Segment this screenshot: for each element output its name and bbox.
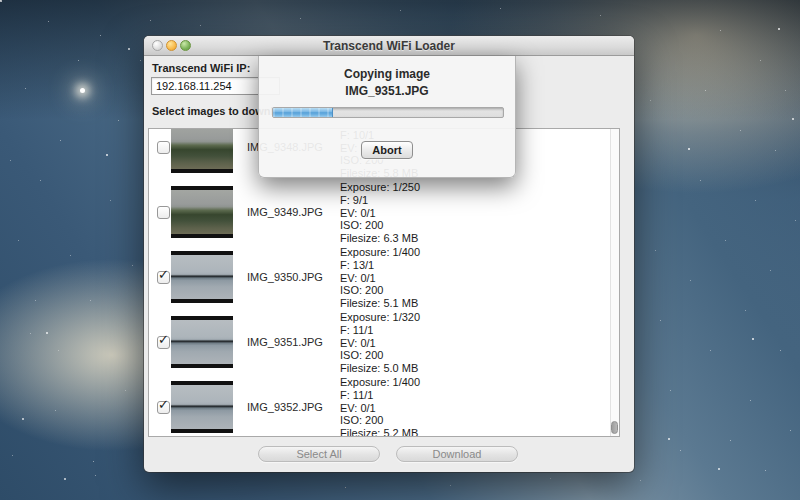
image-thumbnail xyxy=(171,316,233,368)
exif-detail-line: EV: 0/1 xyxy=(340,207,420,220)
exif-details: Exposure: 1/400F: 11/1EV: 0/1ISO: 200Fil… xyxy=(340,376,420,437)
copy-progress-dialog: Copying image IMG_9351.JPG Abort xyxy=(258,56,516,178)
image-thumbnail xyxy=(171,186,233,238)
image-checkbox[interactable]: ✓ xyxy=(157,336,170,349)
exif-detail-line: Exposure: 1/400 xyxy=(340,246,420,259)
dialog-title: Copying image xyxy=(259,67,515,81)
image-filename: IMG_9351.JPG xyxy=(247,336,323,348)
starfield-bright xyxy=(0,0,2,2)
exif-detail-line: Exposure: 1/400 xyxy=(340,376,420,389)
exif-details: Exposure: 1/320F: 11/1EV: 0/1ISO: 200Fil… xyxy=(340,311,420,375)
exif-detail-line: F: 13/1 xyxy=(340,259,420,272)
exif-detail-line: ISO: 200 xyxy=(340,349,420,362)
exif-detail-line: ISO: 200 xyxy=(340,284,420,297)
image-list-row: IMG_9349.JPG Exposure: 1/250F: 9/1EV: 0/… xyxy=(149,180,619,245)
exif-detail-line: Filesize: 6.3 MB xyxy=(340,232,420,245)
exif-detail-line: Filesize: 5.2 MB xyxy=(340,427,420,437)
exif-detail-line: F: 11/1 xyxy=(340,389,420,402)
exif-detail-line: Filesize: 5.1 MB xyxy=(340,297,420,310)
image-checkbox[interactable]: ✓ xyxy=(157,401,170,414)
titlebar[interactable]: Transcend WiFi Loader xyxy=(144,36,634,56)
progress-bar-fill xyxy=(273,108,333,117)
image-list-row: ✓ IMG_9352.JPG Exposure: 1/400F: 11/1EV:… xyxy=(149,375,619,437)
bright-star xyxy=(80,88,85,93)
image-thumbnail xyxy=(171,251,233,303)
checkmark-icon: ✓ xyxy=(158,398,169,411)
exif-details: Exposure: 1/250F: 9/1EV: 0/1ISO: 200File… xyxy=(340,181,420,245)
image-thumbnail xyxy=(171,381,233,433)
exif-detail-line: Exposure: 1/250 xyxy=(340,181,420,194)
image-thumbnail xyxy=(171,128,233,173)
image-filename: IMG_9350.JPG xyxy=(247,271,323,283)
image-checkbox[interactable] xyxy=(157,206,170,219)
window-title: Transcend WiFi Loader xyxy=(144,39,634,53)
checkmark-icon: ✓ xyxy=(158,333,169,346)
dialog-filename: IMG_9351.JPG xyxy=(259,84,515,98)
exif-detail-line: Filesize: 5.0 MB xyxy=(340,362,420,375)
exif-detail-line: F: 11/1 xyxy=(340,324,420,337)
thumbnail-photo xyxy=(171,190,233,234)
exif-detail-line: ISO: 200 xyxy=(340,219,420,232)
scrollbar-thumb[interactable] xyxy=(611,421,618,434)
scrollbar-track[interactable] xyxy=(610,129,619,436)
exif-detail-line: EV: 0/1 xyxy=(340,402,420,415)
download-button[interactable]: Download xyxy=(396,446,518,462)
exif-detail-line: F: 9/1 xyxy=(340,194,420,207)
thumbnail-photo xyxy=(171,128,233,169)
image-list-row: ✓ IMG_9351.JPG Exposure: 1/320F: 11/1EV:… xyxy=(149,310,619,375)
image-filename: IMG_9349.JPG xyxy=(247,206,323,218)
exif-detail-line: ISO: 200 xyxy=(340,414,420,427)
image-list-row: ✓ IMG_9350.JPG Exposure: 1/400F: 13/1EV:… xyxy=(149,245,619,310)
image-checkbox[interactable] xyxy=(157,141,170,154)
exif-detail-line: EV: 0/1 xyxy=(340,337,420,350)
checkmark-icon: ✓ xyxy=(158,268,169,281)
thumbnail-photo xyxy=(171,385,233,429)
exif-detail-line: EV: 0/1 xyxy=(340,272,420,285)
exif-details: Exposure: 1/400F: 13/1EV: 0/1ISO: 200Fil… xyxy=(340,246,420,310)
ip-label: Transcend WiFi IP: xyxy=(152,62,250,74)
image-checkbox[interactable]: ✓ xyxy=(157,271,170,284)
thumbnail-photo xyxy=(171,255,233,299)
exif-detail-line: Exposure: 1/320 xyxy=(340,311,420,324)
progress-bar xyxy=(272,107,504,118)
select-all-button[interactable]: Select All xyxy=(258,446,380,462)
app-window: Transcend WiFi Loader Transcend WiFi IP:… xyxy=(144,36,634,472)
abort-button[interactable]: Abort xyxy=(361,141,413,159)
image-filename: IMG_9352.JPG xyxy=(247,401,323,413)
thumbnail-photo xyxy=(171,320,233,364)
